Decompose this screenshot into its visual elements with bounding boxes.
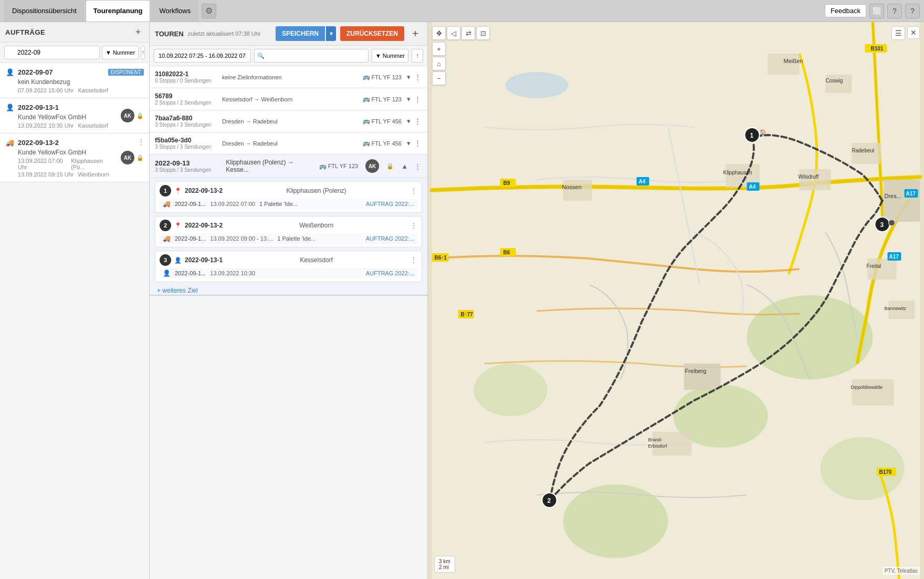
tab-workflows[interactable]: Workflows xyxy=(151,0,198,22)
tour-row[interactable]: 31082022-1 0 Stopps / 0 Sendungen keine … xyxy=(150,66,427,88)
order-item[interactable]: 👤 2022-09-07 DISPONENT kein Kundenbezug … xyxy=(0,63,149,98)
map-layers-button[interactable]: ☰ xyxy=(891,26,905,40)
stop-number: 1 xyxy=(160,185,171,197)
zuruecksetzen-button[interactable]: ZURÜCKSETZEN xyxy=(340,26,404,41)
back-icon[interactable]: ◁ xyxy=(447,26,460,40)
tour-expanded: 2022-09-13 3 Stopps / 3 Sendungen Klipph… xyxy=(150,154,427,296)
stop-order-ref: AUFTRAG 2022:... xyxy=(366,201,414,207)
tour-more-button[interactable]: ⋮ xyxy=(413,138,422,148)
svg-text:3: 3 xyxy=(880,221,884,229)
svg-point-1 xyxy=(506,72,569,98)
stop-cargo: 1 Palette 'Ide... xyxy=(259,201,298,207)
svg-text:1: 1 xyxy=(750,132,754,139)
home-button[interactable]: ⌂ xyxy=(432,57,446,70)
touren-search-wrap: 🔍 xyxy=(254,49,369,63)
touren-search-input[interactable] xyxy=(254,49,369,63)
tour-row[interactable]: 7baa7a6-880 3 Stopps / 3 Sendungen Dresd… xyxy=(150,110,427,132)
stop-detail-row: 🚚 2022-09-1... 13.09.2022 07:00 1 Palett… xyxy=(160,199,417,209)
add-stop-link[interactable]: + weiteres Ziel xyxy=(150,283,205,298)
date-filter-row: 🔍 ▼ Nummer ↑ xyxy=(150,46,427,66)
tour-more-button[interactable]: ⋮ xyxy=(413,116,422,126)
auftrage-search-input[interactable] xyxy=(4,46,100,59)
touren-title: TOUREN xyxy=(155,30,184,38)
order-item[interactable]: 🚚 2022-09-13-2 ⋮ Kunde YellowFox GmbH 13… xyxy=(0,133,149,182)
tour-row[interactable]: 56789 2 Stopps / 2 Sendungen Kesselsdorf… xyxy=(150,88,427,110)
zoom-out-button[interactable]: − xyxy=(432,71,446,85)
tour-more-button[interactable]: ⋮ xyxy=(413,161,422,171)
touren-sort-button[interactable]: ↑ xyxy=(412,49,423,63)
tab-tourenplanung[interactable]: Tourenplanung xyxy=(86,0,151,22)
svg-text:Coswig: Coswig xyxy=(826,78,843,84)
order-item[interactable]: 👤 2022-09-13-1 Kunde YellowFox GmbH 13.0… xyxy=(0,98,149,133)
map-close-button[interactable]: ✕ xyxy=(907,26,920,39)
select-icon[interactable]: ⊡ xyxy=(476,26,490,40)
truck-icon: 🚚 xyxy=(5,138,15,147)
add-tour-button[interactable]: + xyxy=(408,27,422,40)
tour-vehicle: 🚌 FTL YF 456 xyxy=(363,118,402,125)
expand-tour-button[interactable]: ▾ xyxy=(406,138,412,148)
svg-text:Nossen: Nossen xyxy=(562,184,582,190)
tour-more-button[interactable]: ⋮ xyxy=(413,94,422,104)
tab-dispositionsubersicht[interactable]: Dispositionsübersicht xyxy=(4,0,85,22)
svg-point-2 xyxy=(747,295,873,379)
stop-number: 3 xyxy=(160,254,171,266)
collapse-tour-button[interactable]: ▲ xyxy=(400,161,409,171)
auftrage-search-wrap: 🔍 xyxy=(4,46,100,59)
expand-tour-button[interactable]: ▾ xyxy=(406,116,412,126)
auftrage-filter-button[interactable]: ▼ Nummer xyxy=(102,46,139,59)
svg-text:B6: B6 xyxy=(503,250,510,255)
route-icon[interactable]: ⇄ xyxy=(461,26,475,40)
search-help-icon[interactable]: ? xyxy=(887,4,902,18)
lock-icon: 🔒 xyxy=(386,163,394,170)
speichern-dropdown-button[interactable]: ▾ xyxy=(326,26,336,41)
main-layout: AUFTRÄGE + 🔍 ▼ Nummer ↑ 👤 2022-09-07 DIS… xyxy=(0,22,924,579)
feedback-button[interactable]: Feedback xyxy=(825,4,866,17)
stop-more-icon[interactable]: ⋮ xyxy=(410,187,417,195)
svg-point-4 xyxy=(474,364,548,416)
stop-tour-ref: 2022-09-13-2 xyxy=(185,222,223,229)
stop-more-icon[interactable]: ⋮ xyxy=(410,256,417,264)
person-icon: 👤 xyxy=(5,102,15,112)
expanded-route: Klipphausen (Polenz) → Kesse... xyxy=(226,159,314,173)
tour-row[interactable]: f5ba05e-3d0 3 Stopps / 3 Sendungen Dresd… xyxy=(150,132,427,154)
speichern-button[interactable]: SPEICHERN xyxy=(276,26,325,41)
truck-icon: 🚌 xyxy=(363,118,370,125)
orders-list: 👤 2022-09-07 DISPONENT kein Kundenbezug … xyxy=(0,63,149,579)
stop-more-icon[interactable]: ⋮ xyxy=(410,221,417,230)
auftrage-sort-button[interactable]: ↑ xyxy=(141,46,145,59)
filter-icon: ▼ xyxy=(375,53,381,59)
zoom-in-button[interactable]: + xyxy=(432,42,446,56)
tour-vehicle: 🚌 FTL YF 123 xyxy=(363,96,402,102)
help-icon[interactable]: ? xyxy=(905,4,920,18)
tour-route: Dresden → Radebeul xyxy=(222,140,359,147)
tour-more-button[interactable]: ⋮ xyxy=(413,72,422,82)
expand-tour-button[interactable]: ▾ xyxy=(406,94,412,104)
date-range-input[interactable] xyxy=(154,49,251,63)
tour-id: 7baa7a6-880 xyxy=(155,115,218,122)
order-id: 2022-09-13-1 xyxy=(18,104,59,111)
svg-text:A4: A4 xyxy=(749,184,756,190)
person-icon: 👤 xyxy=(5,67,15,77)
tour-stops: 2 Stopps / 2 Sendungen xyxy=(155,100,218,106)
svg-text:B6↑1: B6↑1 xyxy=(435,255,447,261)
svg-text:A4: A4 xyxy=(639,179,646,184)
expand-tour-button[interactable]: ▾ xyxy=(406,72,412,82)
order-meta: 07.09.2022 15:00 Uhr Kasselsdorf xyxy=(18,87,144,94)
settings-icon[interactable]: ⚙ xyxy=(202,4,216,18)
delivery-icon: 🚚 xyxy=(163,235,171,242)
touren-filter-button[interactable]: ▼ Nummer xyxy=(372,49,408,63)
svg-text:B170: B170 xyxy=(879,469,892,475)
monitor-icon[interactable]: ⬜ xyxy=(869,4,884,18)
auftrage-title: AUFTRÄGE xyxy=(5,28,45,36)
more-options-icon[interactable]: ⋮ xyxy=(138,138,145,146)
auftrage-search-row: 🔍 ▼ Nummer ↑ xyxy=(0,43,149,63)
disponent-badge: DISPONENT xyxy=(108,69,144,76)
svg-rect-12 xyxy=(563,180,592,201)
stop-location: Kesselsdorf xyxy=(300,256,333,264)
map-controls: ✥ ◁ ⇄ ⊡ + ⌂ − xyxy=(432,26,490,85)
stop-time: 13.09.2022 10:30 xyxy=(210,270,255,276)
pan-icon[interactable]: ✥ xyxy=(432,26,446,40)
add-auftrag-button[interactable]: + xyxy=(132,26,144,38)
svg-text:Erbisdorf: Erbisdorf xyxy=(648,443,668,449)
middle-panel-touren: TOUREN zuletzt aktualisiert 07:38 Uhr SP… xyxy=(150,22,428,579)
